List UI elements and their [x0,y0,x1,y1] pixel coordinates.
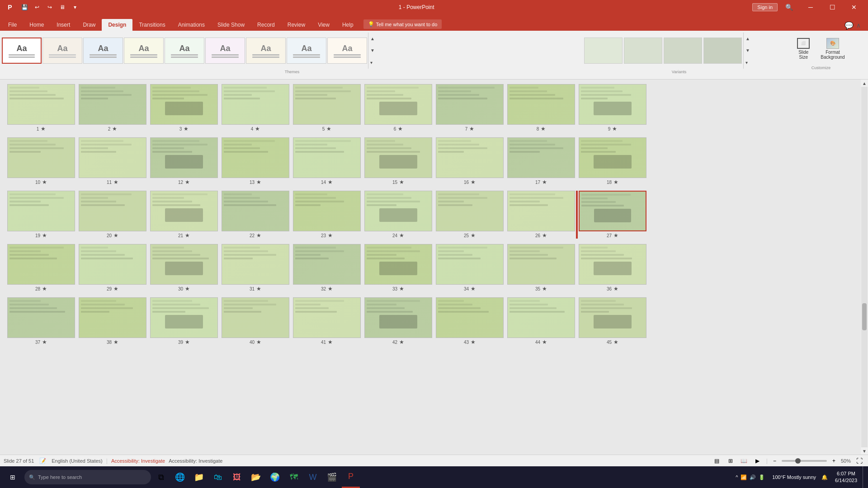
slide-item[interactable]: 8★ [507,84,575,132]
variant-item-4[interactable] [703,38,742,64]
slide-item[interactable]: 41★ [293,297,361,345]
slide-item[interactable]: 17★ [507,137,575,185]
theme-item-3[interactable]: Aa [83,38,123,64]
slide-item[interactable]: 42★ [364,297,432,345]
close-button[interactable]: ✕ [844,0,864,14]
show-desktop-button[interactable] [863,466,866,488]
slide-item[interactable]: 44★ [507,297,575,345]
tab-design[interactable]: Design [102,19,132,31]
search-icon[interactable]: 🔍 [778,0,799,14]
slide-sorter-button[interactable]: ⊞ [726,456,736,466]
slide-notes-button[interactable]: 📝 [38,457,48,465]
themes-scroll-down[interactable]: ▼ [369,47,376,54]
tab-file[interactable]: File [2,19,23,31]
powerpoint-taskbar-button[interactable]: P [342,466,360,488]
volume-icon[interactable]: 🔊 [750,474,756,480]
slide-item[interactable]: 30★ [150,244,218,292]
notification-button[interactable]: 🔔 [820,473,830,482]
edge-button[interactable]: 🌐 [171,466,189,488]
slide-item[interactable]: 35★ [507,244,575,292]
themes-dropdown[interactable]: ▾ [369,59,376,66]
zoom-in-button[interactable]: + [830,457,837,465]
variant-item-3[interactable] [664,38,702,64]
slide-item[interactable]: 34★ [436,244,504,292]
tab-review[interactable]: Review [281,19,311,31]
task-view-button[interactable]: ⧉ [152,466,170,488]
taskbar-search[interactable]: 🔍 Type here to search [24,470,151,484]
save-button[interactable]: 💾 [19,2,30,13]
slide-item[interactable]: 18★ [579,137,646,185]
slide-item[interactable]: 9★ [579,84,646,132]
slide-item[interactable]: 28★ [7,244,75,292]
theme-item-8[interactable]: Aa [287,38,326,64]
slide-item[interactable]: 13★ [222,137,289,185]
theme-item-1[interactable]: Aa [2,38,42,64]
theme-item-4[interactable]: Aa [124,38,164,64]
tab-transitions[interactable]: Transitions [132,19,171,31]
redo-button[interactable]: ↪ [44,2,55,13]
files-button[interactable]: 📂 [247,466,265,488]
undo-button[interactable]: ↩ [32,2,42,13]
slide-item[interactable]: 20★ [79,191,146,239]
theme-item-5[interactable]: Aa [165,38,204,64]
theme-item-2[interactable]: Aa [42,38,82,64]
format-background-button[interactable]: 🎨 Format Background [817,36,848,61]
battery-icon[interactable]: 🔋 [759,474,765,480]
scroll-thumb[interactable] [862,303,867,330]
reading-view-button[interactable]: 📖 [739,456,749,466]
slide-item[interactable]: 10★ [7,137,75,185]
slide-item[interactable]: 31★ [222,244,289,292]
zoom-percentage[interactable]: 50% [841,458,851,464]
minimize-button[interactable]: ─ [800,0,821,14]
slide-item[interactable]: 33★ [364,244,432,292]
slide-item[interactable]: 39★ [150,297,218,345]
themes-scroll-up[interactable]: ▲ [369,35,376,42]
variants-scroll-down[interactable]: ▼ [745,47,751,54]
slide-item[interactable]: 4★ [222,84,289,132]
slide-item[interactable]: 26★ [507,191,575,239]
slide-item[interactable]: 6★ [364,84,432,132]
slide-item[interactable]: 21★ [150,191,218,239]
variants-scroll-up[interactable]: ▲ [745,35,751,42]
slide-item[interactable]: 3★ [150,84,218,132]
clock-display[interactable]: 6:07 PM 6/14/2023 [831,470,861,484]
video-button[interactable]: 🎬 [323,466,341,488]
fit-slide-button[interactable]: ⛶ [854,456,864,465]
theme-item-7[interactable]: Aa [246,38,286,64]
restore-button[interactable]: ☐ [822,0,843,14]
file-explorer-button[interactable]: 📁 [190,466,208,488]
variant-item-2[interactable] [624,38,662,64]
slide-item[interactable]: 37★ [7,297,75,345]
scroll-up-arrow[interactable]: ▲ [861,80,868,87]
accessibility-label[interactable]: Accessibility: Investigate [169,458,222,464]
slide-item[interactable]: 15★ [364,137,432,185]
slide-item[interactable]: 24★ [364,191,432,239]
presentation-button[interactable]: 🖥 [57,2,68,13]
variants-dropdown[interactable]: ▾ [745,59,751,66]
sign-in-button[interactable]: Sign in [752,3,778,11]
tab-view[interactable]: View [311,19,336,31]
theme-item-9[interactable]: Aa [327,38,367,64]
slide-item[interactable]: 19★ [7,191,75,239]
word-button[interactable]: W [304,466,322,488]
customize-qa[interactable]: ▾ [70,2,80,13]
language-indicator[interactable]: English (United States) [52,458,103,464]
presenter-view-button[interactable]: ▶ [753,456,763,466]
start-button[interactable]: ⊞ [2,466,24,488]
slide-item[interactable]: 40★ [222,297,289,345]
chrome-button[interactable]: 🌍 [266,466,284,488]
weather-temp[interactable]: 100°F Mostly sunny [772,474,816,480]
slide-item[interactable]: 16★ [436,137,504,185]
store-button[interactable]: 🛍 [209,466,227,488]
slide-item[interactable]: 11★ [79,137,146,185]
slide-item[interactable]: 12★ [150,137,218,185]
slide-item[interactable]: 32★ [293,244,361,292]
network-icon[interactable]: 📶 [741,474,747,480]
slide-item[interactable]: 38★ [79,297,146,345]
tray-expand-button[interactable]: ^ [736,474,738,480]
tab-animations[interactable]: Animations [172,19,211,31]
theme-item-6[interactable]: Aa [205,38,245,64]
collapse-ribbon-button[interactable]: ∧ [854,20,863,31]
slide-item[interactable]: 27★ [579,191,646,239]
scroll-track[interactable] [861,87,868,447]
